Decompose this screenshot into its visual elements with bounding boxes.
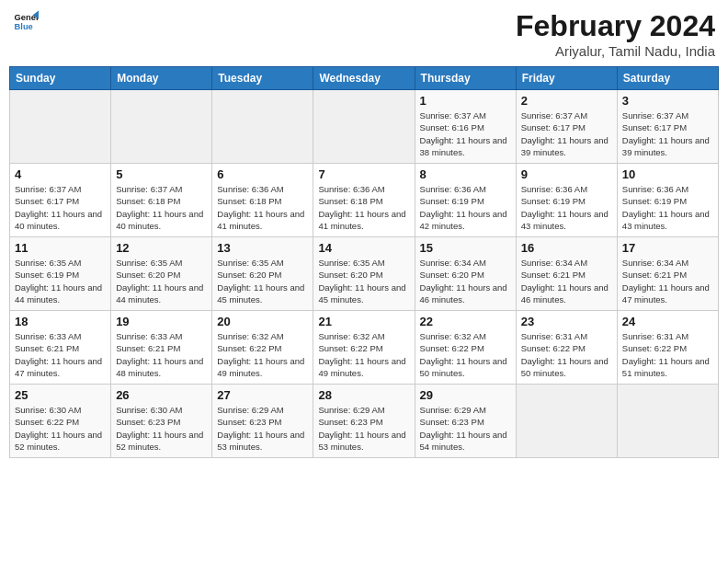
weekday-header-tuesday: Tuesday <box>212 67 313 90</box>
calendar-cell: 23Sunrise: 6:31 AM Sunset: 6:22 PM Dayli… <box>516 311 617 385</box>
calendar-cell: 14Sunrise: 6:35 AM Sunset: 6:20 PM Dayli… <box>313 237 415 311</box>
day-number: 16 <box>521 241 612 255</box>
calendar-cell: 13Sunrise: 6:35 AM Sunset: 6:20 PM Dayli… <box>212 237 313 311</box>
day-info: Sunrise: 6:37 AM Sunset: 6:17 PM Dayligh… <box>622 109 713 158</box>
day-number: 9 <box>521 167 612 181</box>
title-block: February 2024 Ariyalur, Tamil Nadu, Indi… <box>516 9 715 59</box>
calendar-cell: 17Sunrise: 6:34 AM Sunset: 6:21 PM Dayli… <box>617 237 718 311</box>
calendar-cell: 6Sunrise: 6:36 AM Sunset: 6:18 PM Daylig… <box>212 164 313 237</box>
weekday-header-monday: Monday <box>111 67 212 90</box>
calendar-cell <box>111 90 212 164</box>
calendar-cell: 27Sunrise: 6:29 AM Sunset: 6:23 PM Dayli… <box>212 385 313 458</box>
day-info: Sunrise: 6:29 AM Sunset: 6:23 PM Dayligh… <box>420 404 511 453</box>
weekday-header-wednesday: Wednesday <box>313 67 415 90</box>
day-info: Sunrise: 6:33 AM Sunset: 6:21 PM Dayligh… <box>116 330 207 379</box>
day-number: 21 <box>318 315 409 328</box>
calendar-cell: 15Sunrise: 6:34 AM Sunset: 6:20 PM Dayli… <box>415 237 516 311</box>
day-number: 22 <box>420 315 511 328</box>
day-number: 13 <box>217 241 308 255</box>
day-info: Sunrise: 6:37 AM Sunset: 6:17 PM Dayligh… <box>521 109 612 158</box>
day-info: Sunrise: 6:31 AM Sunset: 6:22 PM Dayligh… <box>521 330 612 379</box>
calendar-cell <box>617 385 718 458</box>
calendar-table: SundayMondayTuesdayWednesdayThursdayFrid… <box>9 66 719 458</box>
day-number: 29 <box>420 388 511 402</box>
day-number: 10 <box>622 167 713 181</box>
calendar-cell: 22Sunrise: 6:32 AM Sunset: 6:22 PM Dayli… <box>415 311 516 385</box>
day-number: 5 <box>116 167 207 181</box>
calendar-cell <box>313 90 415 164</box>
day-info: Sunrise: 6:35 AM Sunset: 6:20 PM Dayligh… <box>217 257 308 305</box>
day-info: Sunrise: 6:37 AM Sunset: 6:18 PM Dayligh… <box>116 183 207 232</box>
weekday-header-row: SundayMondayTuesdayWednesdayThursdayFrid… <box>10 67 719 90</box>
day-number: 20 <box>217 315 308 328</box>
day-info: Sunrise: 6:29 AM Sunset: 6:23 PM Dayligh… <box>217 404 308 453</box>
calendar-body: 1Sunrise: 6:37 AM Sunset: 6:16 PM Daylig… <box>10 90 719 458</box>
day-number: 19 <box>116 315 207 328</box>
day-number: 15 <box>420 241 511 255</box>
day-number: 1 <box>420 94 511 108</box>
day-number: 2 <box>521 94 612 108</box>
weekday-header-thursday: Thursday <box>415 67 516 90</box>
day-info: Sunrise: 6:33 AM Sunset: 6:21 PM Dayligh… <box>15 330 106 379</box>
day-info: Sunrise: 6:36 AM Sunset: 6:19 PM Dayligh… <box>420 183 511 232</box>
page-header: General Blue February 2024 Ariyalur, Tam… <box>9 9 719 59</box>
logo: General Blue <box>13 9 39 35</box>
day-number: 24 <box>622 315 713 328</box>
day-info: Sunrise: 6:36 AM Sunset: 6:18 PM Dayligh… <box>217 183 308 232</box>
day-number: 25 <box>15 388 106 402</box>
calendar-cell: 25Sunrise: 6:30 AM Sunset: 6:22 PM Dayli… <box>10 385 111 458</box>
day-info: Sunrise: 6:35 AM Sunset: 6:20 PM Dayligh… <box>318 257 409 305</box>
day-info: Sunrise: 6:37 AM Sunset: 6:17 PM Dayligh… <box>15 183 106 232</box>
day-number: 26 <box>116 388 207 402</box>
calendar-week-row: 11Sunrise: 6:35 AM Sunset: 6:19 PM Dayli… <box>10 237 719 311</box>
day-info: Sunrise: 6:30 AM Sunset: 6:22 PM Dayligh… <box>15 404 106 453</box>
day-number: 17 <box>622 241 713 255</box>
day-number: 7 <box>318 167 409 181</box>
month-year: February 2024 <box>516 9 715 43</box>
day-number: 11 <box>15 241 106 255</box>
day-info: Sunrise: 6:37 AM Sunset: 6:16 PM Dayligh… <box>420 109 511 158</box>
calendar-cell: 1Sunrise: 6:37 AM Sunset: 6:16 PM Daylig… <box>415 90 516 164</box>
calendar-week-row: 25Sunrise: 6:30 AM Sunset: 6:22 PM Dayli… <box>10 385 719 458</box>
day-info: Sunrise: 6:34 AM Sunset: 6:21 PM Dayligh… <box>622 257 713 305</box>
calendar-cell <box>212 90 313 164</box>
calendar-cell: 4Sunrise: 6:37 AM Sunset: 6:17 PM Daylig… <box>10 164 111 237</box>
day-info: Sunrise: 6:32 AM Sunset: 6:22 PM Dayligh… <box>318 330 409 379</box>
day-info: Sunrise: 6:31 AM Sunset: 6:22 PM Dayligh… <box>622 330 713 379</box>
calendar-cell <box>516 385 617 458</box>
day-info: Sunrise: 6:34 AM Sunset: 6:20 PM Dayligh… <box>420 257 511 305</box>
calendar-cell: 12Sunrise: 6:35 AM Sunset: 6:20 PM Dayli… <box>111 237 212 311</box>
calendar-cell: 7Sunrise: 6:36 AM Sunset: 6:18 PM Daylig… <box>313 164 415 237</box>
svg-text:Blue: Blue <box>15 22 33 31</box>
calendar-cell: 20Sunrise: 6:32 AM Sunset: 6:22 PM Dayli… <box>212 311 313 385</box>
location: Ariyalur, Tamil Nadu, India <box>516 43 715 59</box>
calendar-cell: 18Sunrise: 6:33 AM Sunset: 6:21 PM Dayli… <box>10 311 111 385</box>
day-info: Sunrise: 6:34 AM Sunset: 6:21 PM Dayligh… <box>521 257 612 305</box>
day-info: Sunrise: 6:36 AM Sunset: 6:18 PM Dayligh… <box>318 183 409 232</box>
weekday-header-sunday: Sunday <box>10 67 111 90</box>
weekday-header-saturday: Saturday <box>617 67 718 90</box>
calendar-cell: 21Sunrise: 6:32 AM Sunset: 6:22 PM Dayli… <box>313 311 415 385</box>
calendar-cell: 10Sunrise: 6:36 AM Sunset: 6:19 PM Dayli… <box>617 164 718 237</box>
calendar-week-row: 1Sunrise: 6:37 AM Sunset: 6:16 PM Daylig… <box>10 90 719 164</box>
logo-icon: General Blue <box>13 9 39 35</box>
calendar-cell: 8Sunrise: 6:36 AM Sunset: 6:19 PM Daylig… <box>415 164 516 237</box>
calendar-cell: 9Sunrise: 6:36 AM Sunset: 6:19 PM Daylig… <box>516 164 617 237</box>
calendar-week-row: 4Sunrise: 6:37 AM Sunset: 6:17 PM Daylig… <box>10 164 719 237</box>
day-number: 3 <box>622 94 713 108</box>
calendar-cell: 19Sunrise: 6:33 AM Sunset: 6:21 PM Dayli… <box>111 311 212 385</box>
calendar-cell <box>10 90 111 164</box>
calendar-cell: 26Sunrise: 6:30 AM Sunset: 6:23 PM Dayli… <box>111 385 212 458</box>
day-info: Sunrise: 6:32 AM Sunset: 6:22 PM Dayligh… <box>217 330 308 379</box>
day-info: Sunrise: 6:35 AM Sunset: 6:19 PM Dayligh… <box>15 257 106 305</box>
calendar-cell: 2Sunrise: 6:37 AM Sunset: 6:17 PM Daylig… <box>516 90 617 164</box>
day-number: 18 <box>15 315 106 328</box>
day-number: 28 <box>318 388 409 402</box>
day-info: Sunrise: 6:30 AM Sunset: 6:23 PM Dayligh… <box>116 404 207 453</box>
calendar-cell: 11Sunrise: 6:35 AM Sunset: 6:19 PM Dayli… <box>10 237 111 311</box>
day-number: 23 <box>521 315 612 328</box>
day-number: 8 <box>420 167 511 181</box>
day-number: 14 <box>318 241 409 255</box>
calendar-cell: 16Sunrise: 6:34 AM Sunset: 6:21 PM Dayli… <box>516 237 617 311</box>
day-info: Sunrise: 6:36 AM Sunset: 6:19 PM Dayligh… <box>622 183 713 232</box>
